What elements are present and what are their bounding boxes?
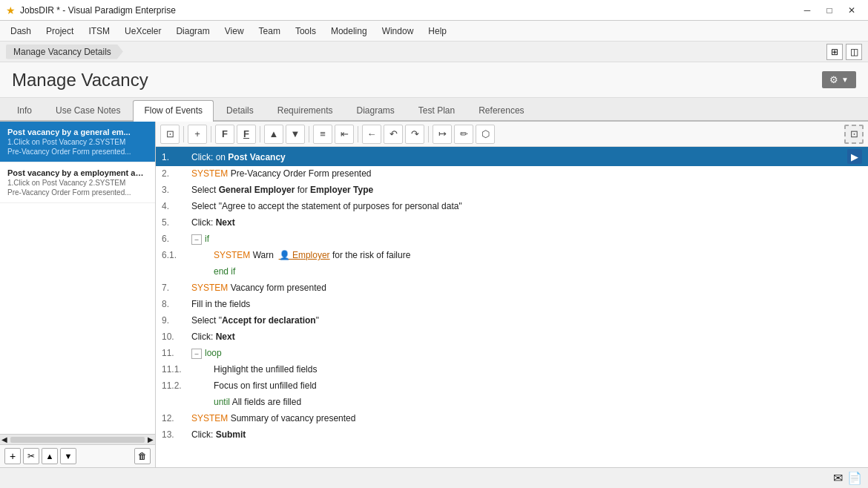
menu-item-diagram[interactable]: Diagram [168, 23, 217, 39]
add-step-button[interactable]: + [188, 125, 207, 144]
menu-item-help[interactable]: Help [421, 23, 454, 39]
flow-row[interactable]: 11.–loop [156, 346, 868, 362]
flow-toolbar: ⊡+FF▲▼≡⇤←↶↷↦✏⬡⊡ [156, 122, 868, 147]
scenario-item-0[interactable]: Post vacancy by a general em... 1.Click … [0, 122, 155, 162]
collapse-button[interactable]: – [191, 234, 202, 245]
flow-row[interactable]: 1.Click: on Post Vacancy▶ [156, 147, 868, 166]
tab-requirements[interactable]: Requirements [266, 100, 344, 120]
breadcrumb-item[interactable]: Manage Vacancy Details [6, 44, 123, 59]
flow-row[interactable]: 3.Select General Employer for Employer T… [156, 182, 868, 199]
flow-row[interactable]: 13.Click: Submit [156, 427, 868, 444]
move-up-button[interactable]: ▲ [264, 125, 283, 144]
maximize-button[interactable]: □ [819, 3, 840, 18]
flow-step-number: 12. [162, 413, 191, 423]
tab-test-plan[interactable]: Test Plan [407, 100, 466, 120]
flow-step-text: Click: Next [191, 217, 235, 228]
tab-details[interactable]: Details [215, 100, 265, 120]
scenario-sub1-0: 1.Click on Post Vacancy 2.SYSTEM [7, 138, 148, 146]
outdent-button[interactable]: ⇤ [335, 125, 354, 144]
scroll-right[interactable]: ▶ [146, 435, 155, 444]
email-icon[interactable]: ✉ [833, 471, 843, 485]
tab-diagrams[interactable]: Diagrams [345, 100, 405, 120]
grid-icon[interactable]: ⊞ [826, 44, 843, 60]
flow-step-number: 6.1. [162, 250, 191, 260]
flow-step-text: Focus on first unfilled field [214, 380, 317, 391]
document-icon[interactable]: 📄 [847, 471, 862, 485]
indent-button[interactable]: ≡ [313, 125, 332, 144]
scenario-sub2-0: Pre-Vacancy Order Form presented... [7, 148, 148, 156]
employer-link[interactable]: 👤 Employer [279, 250, 330, 260]
step-in-button[interactable]: ↦ [433, 125, 452, 144]
flow-row[interactable]: 7.SYSTEM Vacancy form presented [156, 280, 868, 297]
app-title: JobsDIR * - Visual Paradigm Enterprise [20, 5, 797, 16]
main-content: Post vacancy by a general em... 1.Click … [0, 122, 868, 467]
add-scenario-button[interactable]: + [4, 448, 21, 464]
flow-step-text: SYSTEM Summary of vacancy presented [191, 413, 355, 423]
horizontal-scrollbar[interactable]: ◀ ▶ [0, 434, 155, 444]
menu-item-team[interactable]: Team [251, 23, 288, 39]
select-tool[interactable]: ⊡ [160, 125, 180, 144]
flow-row[interactable]: 10.Click: Next [156, 329, 868, 346]
edit-button[interactable]: ✏ [454, 125, 473, 144]
flow-step-number: 13. [162, 429, 191, 440]
flow-step-number: 1. [162, 152, 191, 162]
menu-item-modeling[interactable]: Modeling [323, 23, 375, 39]
close-button[interactable]: ✕ [841, 3, 862, 18]
flow-step-number: 7. [162, 283, 191, 293]
menu-item-uexceler[interactable]: UeXceler [117, 23, 168, 39]
menu-item-itsm[interactable]: ITSM [81, 23, 117, 39]
scroll-left[interactable]: ◀ [0, 435, 9, 444]
move-down-scenario-button[interactable]: ▼ [60, 448, 76, 464]
scenario-item-1[interactable]: Post vacancy by a employment ager 1.Clic… [0, 162, 155, 203]
tab-flow-of-events[interactable]: Flow of Events [133, 100, 214, 122]
move-up-scenario-button[interactable]: ▲ [42, 448, 58, 464]
flow-content-area[interactable]: 1.Click: on Post Vacancy▶2.SYSTEM Pre-Va… [156, 147, 868, 467]
tab-use-case-notes[interactable]: Use Case Notes [45, 100, 131, 120]
cut-scenario-button[interactable]: ✂ [23, 448, 39, 464]
undo-arrow-button[interactable]: ← [362, 125, 381, 144]
page-header: Manage Vacancy ⚙ ▼ [0, 62, 868, 98]
minimize-button[interactable]: ─ [797, 3, 818, 18]
menu-item-tools[interactable]: Tools [288, 23, 323, 39]
move-down-button[interactable]: ▼ [286, 125, 305, 144]
flow-row[interactable]: 6.–if [156, 231, 868, 248]
flow-row[interactable]: 11.1.Highlight the unfilled fields [156, 362, 868, 378]
flow-row[interactable]: 12.SYSTEM Summary of vacancy presented [156, 411, 868, 427]
redo-button[interactable]: ↷ [405, 125, 424, 144]
flow-row[interactable]: 5.Click: Next [156, 215, 868, 231]
scenario-list: Post vacancy by a general em... 1.Click … [0, 122, 155, 434]
flow-row[interactable]: 11.2.Focus on first unfilled field [156, 378, 868, 395]
tabs: InfoUse Case NotesFlow of EventsDetailsR… [0, 98, 868, 122]
flow-row[interactable]: 9.Select "Accept for declaration" [156, 313, 868, 329]
flow-row[interactable]: until All fields are filled [156, 395, 868, 411]
flow-step-number: 2. [162, 168, 191, 179]
delete-scenario-button[interactable]: 🗑 [134, 448, 151, 464]
panel-icon[interactable]: ◫ [846, 44, 862, 60]
font-alt-button[interactable]: F [237, 125, 256, 144]
window-controls: ─ □ ✕ [797, 3, 862, 18]
flow-row[interactable]: 2.SYSTEM Pre-Vacancy Order Form presente… [156, 166, 868, 182]
toolbar-separator [183, 126, 184, 142]
menu-item-dash[interactable]: Dash [3, 23, 39, 39]
flow-row[interactable]: 4.Select "Agree to accept the statement … [156, 199, 868, 215]
menu-item-window[interactable]: Window [375, 23, 421, 39]
undo-button[interactable]: ↶ [384, 125, 403, 144]
flow-step-text: SYSTEM Pre-Vacancy Order Form presented [191, 168, 372, 179]
flow-step-text: Click: on Post Vacancy [191, 152, 286, 162]
menu-item-view[interactable]: View [217, 23, 251, 39]
toolbar-separator [260, 126, 260, 142]
menu-item-project[interactable]: Project [39, 23, 81, 39]
tab-references[interactable]: References [467, 100, 535, 120]
font-normal-button[interactable]: F [215, 125, 234, 144]
collapse-button[interactable]: – [191, 349, 202, 359]
tab-info[interactable]: Info [6, 100, 43, 120]
content-panel: ⊡+FF▲▼≡⇤←↶↷↦✏⬡⊡ 1.Click: on Post Vacancy… [156, 122, 868, 467]
flow-row[interactable]: 8.Fill in the fields [156, 297, 868, 313]
flow-step-text: Fill in the fields [191, 299, 250, 309]
settings-button[interactable]: ⚙ ▼ [822, 71, 856, 88]
corner-select-button[interactable]: ⊡ [844, 125, 864, 144]
flow-row[interactable]: end if [156, 264, 868, 280]
flow-row[interactable]: 6.1.SYSTEM Warn 👤 Employer for the risk … [156, 248, 868, 264]
flow-step-number: 9. [162, 315, 191, 326]
special-button[interactable]: ⬡ [476, 125, 495, 144]
